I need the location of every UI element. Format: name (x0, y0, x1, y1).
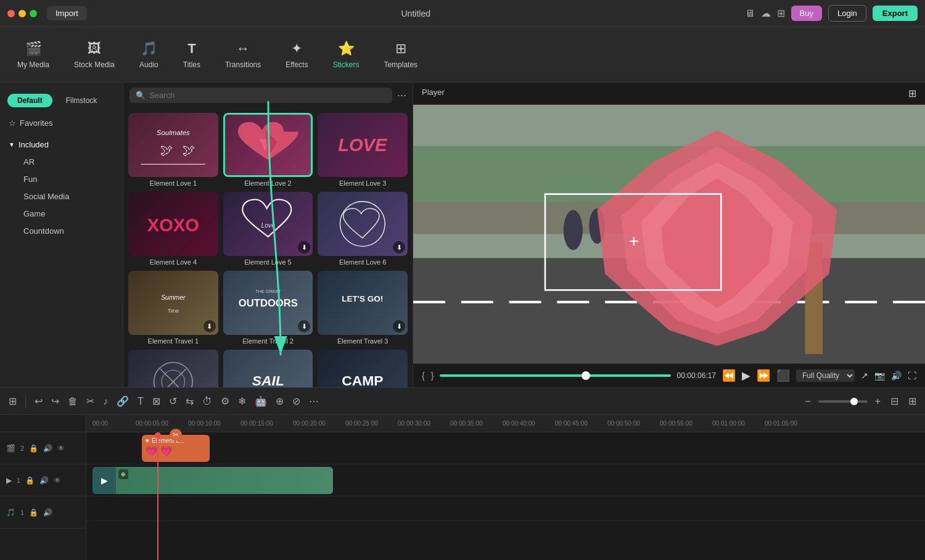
toolbar-templates[interactable]: ⊞ Templates (372, 36, 429, 74)
export-frame-button[interactable]: ↗ (861, 371, 868, 381)
sidebar-favorites[interactable]: ☆ Favorites (0, 115, 123, 131)
layout-icon[interactable]: ⊞ (6, 393, 19, 410)
track-1-vol-icon[interactable]: 🔊 (39, 476, 49, 485)
ruler-5: 00:00:05:00 (136, 420, 168, 427)
play-button[interactable]: ▶ (742, 369, 750, 382)
login-button[interactable]: Login (828, 5, 866, 22)
sidebar: Default Filmstock ☆ Favorites ▼ Included… (0, 83, 123, 387)
sidebar-item-game[interactable]: Game (4, 205, 119, 222)
toolbar-effects[interactable]: ✦ Effects (274, 36, 319, 74)
screenshot-button[interactable]: 📷 (874, 371, 885, 381)
search-input[interactable] (149, 91, 386, 100)
flip-icon[interactable]: ⇆ (183, 393, 196, 410)
close-button[interactable] (7, 10, 15, 17)
sidebar-included-header[interactable]: ▼ Included (0, 136, 123, 153)
zoom-slider[interactable] (818, 400, 868, 403)
sidebar-item-countdown[interactable]: Countdown (4, 223, 119, 239)
list-item[interactable]: SAIL ⬇ Element Travel 5 (223, 350, 313, 387)
list-item[interactable]: THE GREAT OUTDOORS ⬇ Element Travel 2 (223, 271, 313, 345)
toolbar-transitions[interactable]: ↔ Transitions (214, 36, 272, 74)
list-item[interactable]: Element Love 2 (223, 113, 313, 187)
text-icon[interactable]: T (135, 393, 146, 410)
style-tab-filmstock[interactable]: Filmstock (56, 94, 107, 107)
minimize-button[interactable] (18, 10, 26, 17)
toolbar-audio[interactable]: 🎵 Audio (128, 36, 170, 74)
track-2-vol-icon[interactable]: 🔊 (43, 444, 52, 453)
display-icon[interactable]: 🖥 (745, 8, 755, 19)
replace-icon[interactable]: ⊘ (290, 393, 303, 410)
volume-button[interactable]: 🔊 (891, 371, 902, 381)
more-options-button[interactable]: ··· (397, 89, 406, 102)
list-item[interactable]: Summer Time ⬇ Element Travel 1 (128, 271, 218, 345)
sidebar-item-ar[interactable]: AR (4, 154, 119, 170)
quality-select[interactable]: Full Quality Half Quality (796, 369, 855, 382)
sticker-thumb-1: Soulmates 🕊 🕊 (128, 113, 218, 177)
zoom-in-icon[interactable]: + (873, 393, 883, 410)
stabilize-icon[interactable]: ⊕ (273, 393, 286, 410)
maximize-button[interactable] (30, 10, 37, 17)
buy-button[interactable]: Buy (791, 6, 822, 21)
grid-icon[interactable]: ⊞ (777, 7, 785, 19)
list-item[interactable]: Soulmates 🕊 🕊 Element Love 1 (128, 113, 218, 187)
ai-icon[interactable]: 🤖 (252, 393, 269, 410)
track-1-lock-icon[interactable]: 🔒 (25, 476, 35, 485)
toolbar-stickers[interactable]: ⭐ Stickers (322, 36, 371, 74)
style-tab-default[interactable]: Default (7, 94, 52, 107)
list-item[interactable]: ⬇ Element Love 6 (318, 192, 408, 266)
ruler-40: 00:00:40:00 (503, 420, 535, 427)
import-button[interactable]: Import (47, 6, 87, 20)
player-controls: { } 00:00:06:17 ⏪ ▶ ⏩ ⬛ Full Quality Hal… (413, 363, 925, 387)
sidebar-item-social-media[interactable]: Social Media (4, 188, 119, 205)
link-icon[interactable]: 🔗 (114, 393, 131, 410)
list-item[interactable]: XOXO Element Love 4 (128, 192, 218, 266)
zoom-out-icon[interactable]: − (802, 393, 813, 410)
delete-icon[interactable]: 🗑 (65, 393, 80, 410)
redo-icon[interactable]: ↪ (49, 393, 62, 410)
cloud-icon[interactable]: ☁ (761, 7, 771, 19)
video-track-element[interactable]: ▶ ⊕ (92, 467, 333, 494)
bracket-right-icon[interactable]: } (431, 371, 434, 381)
list-item[interactable]: LOVE Element Love 3 (318, 113, 408, 187)
fullscreen-button[interactable]: ⛶ (908, 371, 916, 381)
sticker-label-8: Element Travel 2 (242, 337, 294, 345)
sticker-thumb-2 (223, 113, 313, 177)
audio-vol-icon[interactable]: 🔊 (43, 508, 52, 517)
progress-bar[interactable] (440, 374, 670, 377)
list-item[interactable]: CAMP ⬇ Element Travel 6 (318, 350, 408, 387)
sticker-heart-2: 💗 (160, 445, 173, 457)
crop-icon[interactable]: ⊠ (150, 393, 163, 410)
track-1-eye-icon[interactable]: 👁 (54, 476, 61, 485)
undo-icon[interactable]: ↩ (32, 393, 45, 410)
toolbar-stock-media[interactable]: 🖼 Stock Media (63, 36, 126, 74)
export-button[interactable]: Export (873, 6, 918, 21)
toolbar-titles[interactable]: T Titles (172, 36, 212, 74)
toolbar-my-media[interactable]: 🎬 My Media (6, 36, 60, 74)
track-2-eye-icon[interactable]: 👁 (57, 444, 65, 453)
timeline-toolbar: ⊞ ↩ ↪ 🗑 ✂ ♪ 🔗 T ⊠ ↺ ⇆ ⏱ ⚙ ❄ 🤖 ⊕ ⊘ ⋯ − + … (0, 388, 925, 415)
player-expand-icon[interactable]: ⊞ (908, 88, 916, 99)
expand-icon[interactable]: ⊞ (906, 393, 919, 410)
color-icon[interactable]: ⚙ (218, 393, 232, 410)
transitions-label: Transitions (225, 60, 261, 69)
freeze-icon[interactable]: ❄ (236, 393, 249, 410)
list-item[interactable]: Love ⬇ Element Love 5 (223, 192, 313, 266)
audio-detach-icon[interactable]: ♪ (101, 393, 110, 410)
svg-text:OUTDOORS: OUTDOORS (238, 297, 297, 309)
rotate-icon[interactable]: ↺ (166, 393, 179, 410)
cut-icon[interactable]: ✂ (84, 393, 97, 410)
sidebar-item-fun[interactable]: Fun (4, 171, 119, 187)
audio-lock-icon[interactable]: 🔒 (29, 508, 38, 517)
sticker-thumb-6: ⬇ (318, 192, 408, 256)
sticker-track-element[interactable]: ✂ ♥ Element L... 💗 💗 (142, 435, 210, 462)
speed-icon[interactable]: ⏱ (200, 393, 215, 410)
rewind-button[interactable]: ⏪ (722, 369, 736, 382)
list-item[interactable]: LET'S GO! ⬇ Element Travel 3 (318, 271, 408, 345)
more-icon[interactable]: ⋯ (306, 393, 321, 410)
playhead[interactable] (157, 432, 158, 560)
bracket-left-icon[interactable]: { (422, 371, 425, 381)
grid-layout-icon[interactable]: ⊟ (888, 393, 901, 410)
frame-button[interactable]: ⬛ (776, 369, 790, 382)
track-2-lock-icon[interactable]: 🔒 (29, 444, 38, 453)
fast-forward-button[interactable]: ⏩ (757, 369, 770, 382)
list-item[interactable]: ⬇ Element Travel 4 (128, 350, 218, 387)
